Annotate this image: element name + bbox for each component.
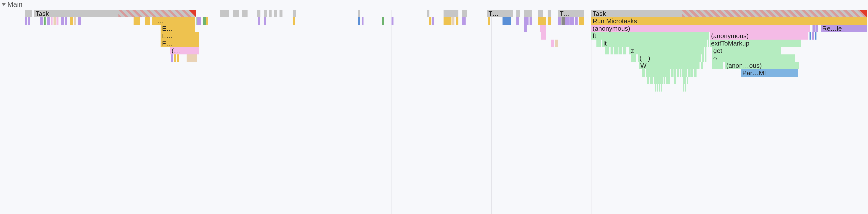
flame-bar[interactable] [206,17,208,25]
flame-bar[interactable] [456,17,458,25]
flame-bar[interactable] [145,17,150,25]
flame-bar[interactable]: Task [34,10,196,17]
flame-bar[interactable] [540,25,546,32]
flame-bar[interactable] [269,10,272,17]
flame-bar[interactable]: exifToMarkup [710,40,801,47]
flame-bar[interactable] [642,69,645,77]
flame-bar[interactable]: Par…ML [741,69,798,77]
flame-bar[interactable] [687,77,688,84]
flame-bar[interactable] [517,17,519,25]
flame-bar[interactable] [258,17,260,25]
flame-bar[interactable] [65,17,67,25]
flame-bar[interactable] [429,17,431,25]
flame-bar[interactable] [70,17,73,25]
flame-bar[interactable] [174,55,176,62]
flame-bar[interactable] [623,47,626,55]
flame-bar[interactable] [646,69,670,77]
flame-bar[interactable] [671,69,673,77]
flame-bar[interactable]: Run Microtasks [591,17,867,25]
flame-bar[interactable]: W [639,62,700,69]
flame-bar[interactable] [242,10,248,17]
flame-bar[interactable] [685,84,686,92]
flame-bar[interactable] [655,84,656,92]
flame-bar[interactable] [524,10,532,17]
flame-bar[interactable]: ft [591,32,709,40]
flame-bar[interactable]: (anonymous) [591,25,810,32]
flame-bar[interactable] [809,32,811,40]
flame-bar[interactable] [54,17,56,25]
flame-bar[interactable] [392,17,394,25]
flame-bar[interactable] [51,17,53,25]
flame-bar[interactable] [683,77,686,84]
flame-bar[interactable] [654,77,663,84]
flame-bar[interactable] [264,17,266,25]
flame-bar[interactable] [462,17,466,25]
flame-bar[interactable]: (… [170,47,199,55]
flame-bar[interactable]: T… [487,10,513,17]
flame-bar[interactable] [561,17,564,25]
flame-bar[interactable] [177,55,179,62]
flame-bar[interactable] [682,69,687,77]
flame-bar[interactable] [705,47,707,55]
flame-bar[interactable] [293,17,295,25]
flame-bar[interactable] [631,55,636,62]
flame-bar[interactable] [443,17,452,25]
flame-bar[interactable] [28,17,30,25]
flame-bar[interactable] [663,77,665,84]
flame-bar[interactable] [264,10,267,17]
flame-bar[interactable] [579,17,584,25]
flame-bar[interactable] [668,77,670,84]
flame-bar[interactable]: Task [591,10,867,17]
flame-bar[interactable] [133,17,140,25]
flame-bar[interactable] [47,17,50,25]
flame-bar[interactable]: E… [161,32,199,40]
disclosure-triangle-icon[interactable] [1,3,6,6]
flame-bar[interactable] [569,17,574,25]
flame-bar[interactable] [279,10,282,17]
flame-bar[interactable] [575,17,578,25]
flame-bar[interactable] [529,17,532,25]
flame-bar[interactable] [538,10,543,17]
flame-bar[interactable] [40,17,43,25]
flame-bar[interactable] [517,10,520,17]
flame-bar[interactable] [293,10,296,17]
flame-bar[interactable] [674,77,676,84]
flame-bar[interactable] [233,10,239,17]
flame-bar[interactable] [171,55,173,62]
flame-bar[interactable] [488,17,491,25]
flame-bar[interactable] [196,17,196,25]
flame-bar[interactable]: E… [152,17,195,25]
flame-bar[interactable] [688,69,690,77]
flame-bar[interactable] [702,55,704,62]
flame-bar[interactable] [548,17,551,25]
flame-bar[interactable] [25,17,27,25]
flame-bar[interactable] [25,10,32,17]
flame-bar[interactable] [524,17,529,25]
flame-bar[interactable] [657,84,658,92]
flame-bar[interactable] [701,62,703,69]
flame-bar[interactable]: F… [161,40,199,47]
flame-bar[interactable] [524,25,527,32]
flame-bar[interactable] [683,84,684,92]
flame-bar[interactable]: (…) [638,55,702,62]
flame-bar[interactable] [57,17,59,25]
flame-bar[interactable] [666,77,668,84]
flame-bar[interactable] [674,69,676,77]
flame-bar[interactable] [541,32,546,40]
flame-bar[interactable] [708,40,709,47]
flame-bar[interactable]: E… [161,25,195,32]
flame-bar[interactable] [661,84,662,92]
flame-bar[interactable]: Re…le [821,25,867,32]
flame-bar[interactable]: (anon…ous) [725,62,799,69]
flame-bar[interactable] [812,32,814,40]
flame-bar[interactable] [691,69,693,77]
flame-bar[interactable] [432,17,434,25]
flame-bar[interactable] [74,17,76,25]
flame-bar[interactable] [443,10,458,17]
flame-bar[interactable]: T… [558,10,584,17]
flame-bar[interactable] [614,47,618,55]
flame-bar[interactable] [187,55,197,62]
flame-bar[interactable] [551,40,554,47]
flame-bar[interactable] [538,17,546,25]
flame-bar[interactable] [61,17,64,25]
